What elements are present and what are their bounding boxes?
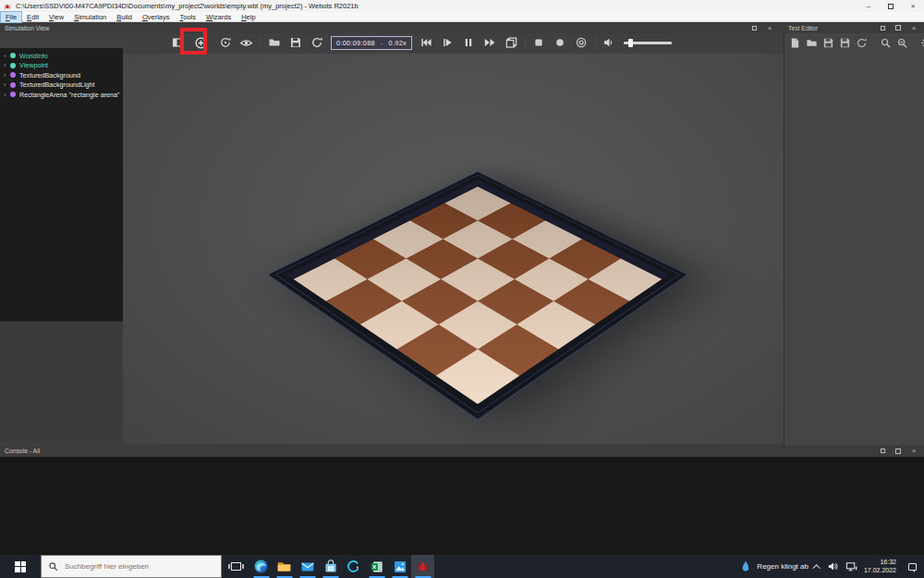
3d-viewport[interactable] [123, 54, 784, 444]
revert-icon [856, 37, 868, 49]
minimize-panel-icon [881, 26, 885, 31]
menu-overlays[interactable]: Overlays [138, 12, 175, 22]
network-icon[interactable] [845, 560, 857, 572]
save-as-file-button[interactable] [837, 33, 853, 52]
arena-checkerboard [294, 187, 662, 404]
revert-file-button[interactable] [854, 33, 869, 52]
float-icon [895, 25, 901, 31]
new-file-button[interactable] [787, 33, 803, 52]
weather-icon[interactable] [741, 560, 750, 572]
webots-app-icon [4, 3, 11, 10]
taskbar-search-input[interactable] [65, 562, 213, 571]
tree-item-viewpoint[interactable]: Viewpoint [0, 61, 123, 71]
circular-app-icon [346, 559, 361, 574]
arena-floor [287, 179, 669, 404]
text-editor-title: Text Editor [788, 25, 818, 31]
expand-arrow-icon[interactable] [4, 71, 10, 80]
menu-view[interactable]: View [44, 12, 68, 22]
toolbar-separator [873, 36, 874, 50]
record-button[interactable] [550, 32, 571, 53]
mute-button[interactable] [599, 32, 620, 53]
open-world-button[interactable] [263, 32, 285, 53]
close-icon: × [911, 2, 916, 10]
expand-arrow-icon[interactable] [4, 80, 10, 89]
pause-button[interactable] [458, 32, 480, 53]
taskbar-app-file-explorer[interactable] [273, 555, 296, 578]
expand-arrow-icon[interactable] [4, 52, 10, 60]
task-view-button[interactable] [222, 555, 249, 578]
tree-item-rectanglearena[interactable]: RectangleArena "rectangle arena" [0, 90, 123, 100]
find-replace-button[interactable] [894, 33, 910, 52]
rectangle-arena[interactable] [267, 171, 687, 420]
console-header: Console - All × [0, 445, 924, 457]
start-button[interactable] [0, 555, 41, 578]
toolbar-separator [914, 36, 915, 50]
open-file-button[interactable] [804, 33, 820, 52]
step-button[interactable] [437, 32, 458, 53]
preferences-button[interactable] [918, 33, 924, 52]
action-center-icon[interactable] [908, 563, 917, 571]
window-minimize-button[interactable]: – [857, 0, 880, 12]
simulation-view-undock-button[interactable] [749, 23, 759, 32]
menu-wizards[interactable]: Wizards [201, 12, 236, 22]
menu-tools[interactable]: Tools [176, 12, 201, 22]
taskbar-app-excel[interactable] [365, 555, 388, 578]
console-float-button[interactable] [894, 447, 903, 456]
expand-arrow-icon[interactable] [4, 61, 10, 69]
taskbar-app-photos[interactable] [388, 555, 411, 578]
pause-icon [462, 36, 475, 49]
show-optional-rendering-button[interactable] [236, 32, 257, 53]
menu-build[interactable]: Build [112, 12, 137, 22]
tree-item-label: TexturedBackground [19, 71, 80, 80]
rendering-toggle-button[interactable] [501, 32, 522, 53]
gear-icon [920, 37, 924, 49]
weather-text[interactable]: Regen klingt ab [757, 562, 808, 571]
menu-help[interactable]: Help [237, 12, 260, 22]
tree-item-texturedbackground[interactable]: TexturedBackground [0, 70, 123, 80]
taskbar-app-webots[interactable] [411, 555, 434, 578]
window-maximize-button[interactable] [880, 0, 902, 12]
taskbar-app-mail[interactable] [296, 555, 319, 578]
tree-item-label: RectangleArena "rectangle arena" [19, 91, 120, 99]
fast-forward-button[interactable] [480, 32, 501, 53]
menu-simulation[interactable]: Simulation [69, 12, 111, 22]
console-output[interactable] [0, 457, 924, 555]
toolbar-separator [260, 36, 261, 50]
reset-simulation-button[interactable] [416, 32, 437, 53]
expand-arrow-icon[interactable] [4, 91, 10, 99]
reload-icon [310, 36, 323, 49]
tree-item-worldinfo[interactable]: WorldInfo [0, 51, 123, 61]
reload-world-button[interactable] [306, 32, 327, 53]
edge-icon [253, 559, 269, 574]
find-button[interactable] [878, 33, 894, 52]
menu-file[interactable]: File [1, 12, 21, 22]
screenshot-button[interactable] [571, 32, 592, 53]
tray-speaker-icon[interactable] [827, 560, 839, 572]
speaker-icon [602, 36, 615, 49]
taskbar-app-microsoft-store[interactable] [319, 555, 342, 578]
save-icon [289, 36, 302, 49]
save-file-button[interactable] [821, 33, 836, 52]
taskbar-app-edge[interactable] [249, 555, 273, 578]
window-title: C:\Users\SSDVI00-M47CA9PDI34D\Documents\… [16, 2, 359, 10]
movie-button[interactable] [529, 32, 550, 53]
save-world-button[interactable] [285, 32, 306, 53]
console-close-button[interactable]: × [909, 447, 918, 456]
float-icon [895, 449, 901, 454]
toolbar-separator [595, 36, 596, 50]
tray-expand-icon[interactable] [812, 564, 820, 572]
tree-item-texturedbackgroundlight[interactable]: TexturedBackgroundLight [0, 80, 123, 91]
time-speed-separator: - [381, 39, 383, 47]
tray-clock[interactable]: 16:32 17.02.2022 [864, 559, 896, 574]
simulation-view-close-button[interactable]: × [765, 23, 774, 32]
volume-slider[interactable] [624, 42, 672, 44]
tree-item-label: Viewpoint [19, 61, 48, 69]
window-close-button[interactable]: × [902, 0, 924, 12]
restore-viewpoint-button[interactable] [214, 32, 236, 53]
taskbar-app-circular[interactable] [342, 555, 365, 578]
console-minimize-button[interactable] [878, 447, 887, 456]
menu-bar: File Edit View Simulation Build Overlays… [0, 12, 924, 22]
volume-slider-handle[interactable] [628, 39, 633, 47]
menu-edit[interactable]: Edit [22, 12, 43, 22]
taskbar-search[interactable] [41, 555, 222, 578]
